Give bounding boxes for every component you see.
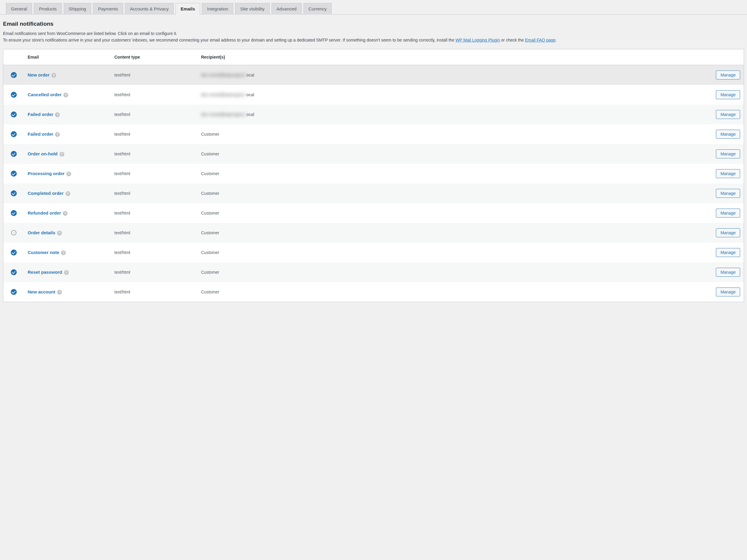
table-row: Failed order?text/htmlCustomerManage	[3, 124, 744, 144]
help-icon[interactable]: ?	[63, 92, 68, 98]
help-icon[interactable]: ?	[61, 250, 66, 255]
table-row: New account?text/htmlCustomerManage	[3, 282, 744, 302]
manage-button[interactable]: Manage	[716, 130, 740, 139]
email-name-link[interactable]: Order on-hold	[28, 151, 58, 156]
status-cell	[3, 203, 24, 223]
status-cell	[3, 243, 24, 262]
help-icon[interactable]: ?	[66, 191, 70, 196]
recipient-cell: dev-email@wpengine.local	[198, 65, 711, 85]
email-name-link[interactable]: New order	[28, 72, 50, 77]
status-cell	[3, 282, 24, 302]
actions-cell: Manage	[711, 85, 744, 105]
manage-button[interactable]: Manage	[716, 268, 740, 277]
help-icon[interactable]: ?	[57, 290, 62, 295]
content-type-cell: text/html	[111, 105, 198, 124]
tab-general[interactable]: General	[6, 3, 32, 15]
email-name-link[interactable]: Processing order	[28, 171, 65, 176]
actions-cell: Manage	[711, 65, 744, 85]
help-icon[interactable]: ?	[59, 152, 64, 157]
status-cell	[3, 164, 24, 184]
manage-button[interactable]: Manage	[716, 169, 740, 178]
email-name-cell: Failed order?	[24, 105, 111, 124]
table-row: Cancelled order?text/htmldev-email@wpeng…	[3, 85, 744, 105]
actions-cell: Manage	[711, 223, 744, 243]
col-email-header[interactable]: Email	[24, 49, 111, 65]
tab-integration[interactable]: Integration	[202, 3, 233, 15]
email-name-link[interactable]: New account	[28, 289, 56, 294]
help-icon[interactable]: ?	[51, 73, 56, 78]
recipient-cell: Customer	[198, 164, 711, 184]
recipient-blurred: dev-email@wpengine.l	[201, 112, 247, 117]
content-type-cell: text/html	[111, 184, 198, 203]
manage-button[interactable]: Manage	[716, 209, 740, 217]
content-type-cell: text/html	[111, 243, 198, 262]
email-name-link[interactable]: Order details	[28, 230, 56, 235]
help-icon[interactable]: ?	[64, 270, 69, 275]
content-area: Email notifications Email notifications …	[0, 15, 747, 308]
recipient-blurred: dev-email@wpengine.l	[201, 73, 247, 77]
status-enabled-icon	[11, 72, 17, 78]
email-name-link[interactable]: Customer note	[28, 250, 59, 255]
recipient-suffix: ocal	[247, 73, 254, 77]
email-name-link[interactable]: Failed order	[28, 132, 54, 137]
table-row: New order?text/htmldev-email@wpengine.lo…	[3, 65, 744, 85]
actions-cell: Manage	[711, 203, 744, 223]
col-recipients-header[interactable]: Recipient(s)	[198, 49, 711, 65]
tab-advanced[interactable]: Advanced	[272, 3, 302, 15]
content-type-cell: text/html	[111, 85, 198, 105]
tab-accounts-privacy[interactable]: Accounts & Privacy	[125, 3, 174, 15]
status-enabled-icon	[11, 151, 17, 157]
table-row: Order on-hold?text/htmlCustomerManage	[3, 144, 744, 164]
help-icon[interactable]: ?	[57, 231, 62, 236]
status-enabled-icon	[11, 190, 17, 196]
email-name-link[interactable]: Failed order	[28, 112, 54, 117]
recipient-cell: Customer	[198, 223, 711, 243]
actions-cell: Manage	[711, 124, 744, 144]
manage-button[interactable]: Manage	[716, 228, 740, 237]
email-notifications-table: Email Content type Recipient(s) New orde…	[3, 49, 744, 302]
status-enabled-icon	[11, 210, 17, 216]
email-faq-link[interactable]: Email FAQ page	[525, 38, 556, 43]
recipient-cell: dev-email@wpengine.local	[198, 105, 711, 124]
email-name-link[interactable]: Cancelled order	[28, 92, 61, 97]
tab-emails[interactable]: Emails	[176, 3, 200, 15]
email-name-link[interactable]: Completed order	[28, 191, 64, 196]
email-name-cell: Cancelled order?	[24, 85, 111, 105]
email-name-cell: Order on-hold?	[24, 144, 111, 164]
table-row: Failed order?text/htmldev-email@wpengine…	[3, 105, 744, 124]
manage-button[interactable]: Manage	[716, 110, 740, 119]
content-type-cell: text/html	[111, 223, 198, 243]
tab-products[interactable]: Products	[34, 3, 61, 15]
recipient-cell: Customer	[198, 243, 711, 262]
wp-mail-logging-link[interactable]: WP Mail Logging Plugin	[456, 38, 500, 43]
manage-button[interactable]: Manage	[716, 288, 740, 296]
email-name-cell: Refunded order?	[24, 203, 111, 223]
help-icon[interactable]: ?	[55, 112, 60, 117]
email-name-link[interactable]: Reset password	[28, 270, 62, 275]
recipient-cell: dev-email@wpengine.local	[198, 85, 711, 105]
email-name-cell: Reset password?	[24, 262, 111, 282]
recipient-blurred: dev-email@wpengine.l	[201, 92, 247, 97]
status-enabled-icon	[11, 111, 17, 117]
help-icon[interactable]: ?	[63, 211, 68, 216]
status-cell	[3, 124, 24, 144]
recipient-cell: Customer	[198, 144, 711, 164]
manage-button[interactable]: Manage	[716, 90, 740, 99]
tab-shipping[interactable]: Shipping	[64, 3, 91, 15]
email-name-cell: Order details?	[24, 223, 111, 243]
tab-site-visibility[interactable]: Site visibility	[235, 3, 270, 15]
tab-currency[interactable]: Currency	[304, 3, 332, 15]
table-row: Processing order?text/htmlCustomerManage	[3, 164, 744, 184]
help-icon[interactable]: ?	[55, 132, 60, 137]
status-cell	[3, 105, 24, 124]
tab-payments[interactable]: Payments	[93, 3, 123, 15]
actions-cell: Manage	[711, 184, 744, 203]
help-icon[interactable]: ?	[67, 171, 71, 176]
email-name-link[interactable]: Refunded order	[28, 210, 61, 215]
recipient-cell: Customer	[198, 184, 711, 203]
manage-button[interactable]: Manage	[716, 248, 740, 257]
col-content-type-header[interactable]: Content type	[111, 49, 198, 65]
manage-button[interactable]: Manage	[716, 150, 740, 158]
manage-button[interactable]: Manage	[716, 189, 740, 198]
manage-button[interactable]: Manage	[716, 71, 740, 79]
